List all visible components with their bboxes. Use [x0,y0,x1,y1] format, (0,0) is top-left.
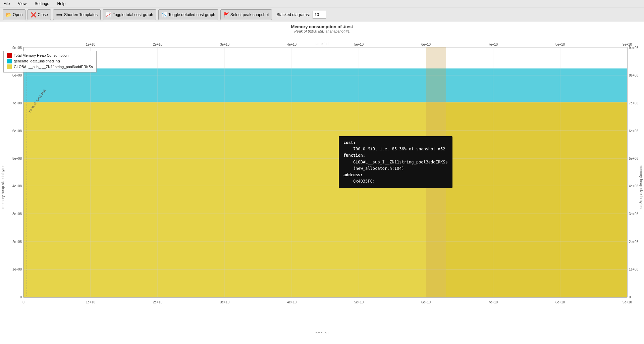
close-label: Close [38,12,48,17]
xtick-8: 8e+10 [555,300,565,304]
legend-item-total: Total Memory Heap Consumption [7,53,93,58]
toggle-total-cost-button[interactable]: 📈 Toggle total cost graph [103,9,156,20]
xtick-9: 9e+10 [623,300,632,304]
ytick-2: 2e+08 [12,240,22,244]
legend-color-generate [7,59,12,63]
ytick-r-6: 6e+08 [629,129,639,133]
ytick-8: 8e+08 [12,73,22,77]
stacked-diagrams-label: Stacked diagrams: [277,12,310,17]
menu-file[interactable]: File [1,1,12,7]
xtick-3: 3e+10 [220,300,230,304]
close-icon: ❌ [31,12,36,17]
legend-label-total: Total Memory Heap Consumption [14,53,68,57]
shorten-templates-button[interactable]: ⟺ Shorten Templates [53,9,101,20]
select-peak-button[interactable]: 🚩 Select peak snapshot [220,9,272,20]
legend-color-total [7,53,12,58]
ytick-r-1: 1e+08 [629,267,639,271]
xtick-top-2: 2e+10 [153,43,163,46]
chart-subtitle: Peak of 820.0 MiB at snapshot #1 [0,29,644,33]
xtick-top-6: 6e+10 [421,43,431,46]
toggle-total-label: Toggle total cost graph [113,12,153,17]
xtick-0: 0 [22,300,24,304]
ytick-r-4: 4e+08 [629,184,639,188]
xtick-top-4: 4e+10 [287,43,297,46]
ytick-r-7: 7e+08 [629,101,639,105]
xtick-7: 7e+10 [488,300,498,304]
ytick-r-8: 8e+08 [629,73,639,77]
ytick-4: 4e+08 [12,184,22,188]
xtick-1: 1e+10 [86,300,96,304]
xtick-top-9: 9e+10 [623,43,632,46]
legend-label-global: GLOBAL__sub_I__ZN11string_pool3addERKSs [14,65,93,69]
legend-item-global: GLOBAL__sub_I__ZN11string_pool3addERKSs [7,64,93,69]
open-button[interactable]: 📂 Open [3,9,25,20]
ytick-5: 5e+08 [12,157,22,160]
xtick-top-8: 8e+10 [555,43,565,46]
ytick-r-5: 5e+08 [629,157,639,160]
yellow-layer-right [446,102,627,297]
cyan-layer [23,68,446,102]
menu-settings[interactable]: Settings [33,1,51,7]
menubar: File View Settings Help [0,0,644,7]
ytick-r-9: 9e+08 [629,46,639,50]
xtick-5: 5e+10 [354,300,364,304]
select-peak-label: Select peak snapshot [230,12,269,17]
ytick-1: 1e+08 [12,267,22,271]
chart-title: Memory consumption of ./test [0,22,644,29]
menu-view[interactable]: View [16,1,29,7]
xtick-2: 2e+10 [153,300,163,304]
peak-icon: 🚩 [223,12,229,17]
toggle-detailed-label: Toggle detailed cost graph [168,12,215,17]
ytick-r-0: 0 [629,295,631,299]
x-axis-label-top: time in i [316,42,328,46]
tooltip: cost: 700.0 MiB, i.e. 85.36% of snapshot… [339,136,452,188]
xtick-6: 6e+10 [421,300,431,304]
toggle-total-icon: 📈 [106,12,111,17]
open-label: Open [13,12,22,17]
ytick-r-2: 2e+08 [629,240,639,244]
toggle-detailed-cost-button[interactable]: 📉 Toggle detailed cost graph [158,9,218,20]
legend-label-generate: generate_data(unsigned int) [14,59,60,63]
ytick-6: 6e+08 [12,129,22,133]
toggle-detailed-icon: 📉 [161,12,167,17]
yellow-layer [23,102,446,297]
shorten-icon: ⟺ [56,12,63,17]
close-button[interactable]: ❌ Close [28,9,51,20]
stacked-diagrams-input[interactable] [313,11,326,19]
legend-color-global [7,64,12,69]
chart-container: Memory consumption of ./test Peak of 820… [0,22,644,344]
xtick-top-1: 1e+10 [86,43,96,46]
xtick-top-3: 3e+10 [220,43,230,46]
cyan-layer-right [446,68,627,102]
chart-svg: memory heap size in bytes memory heap si… [0,36,644,338]
xtick-top-5: 5e+10 [354,43,364,46]
xtick-top-7: 7e+10 [488,43,498,46]
ytick-7: 7e+08 [12,101,22,105]
y-axis-label-right: memory heap size in bytes [639,165,643,209]
open-icon: 📂 [6,12,11,17]
ytick-3: 3e+08 [12,212,22,216]
shorten-templates-label: Shorten Templates [64,12,98,17]
legend-item-generate: generate_data(unsigned int) [7,59,93,63]
xtick-4: 4e+10 [287,300,297,304]
ytick-0: 0 [20,295,22,299]
legend: Total Memory Heap Consumption generate_d… [3,51,97,72]
y-axis-label-left: memory heap size in bytes [1,164,5,208]
toolbar: 📂 Open ❌ Close ⟺ Shorten Templates 📈 Tog… [0,7,644,22]
ytick-9: 9e+08 [12,46,22,50]
ytick-r-3: 3e+08 [629,212,639,216]
x-axis-label-bottom: time in i [316,331,328,335]
menu-help[interactable]: Help [55,1,68,7]
